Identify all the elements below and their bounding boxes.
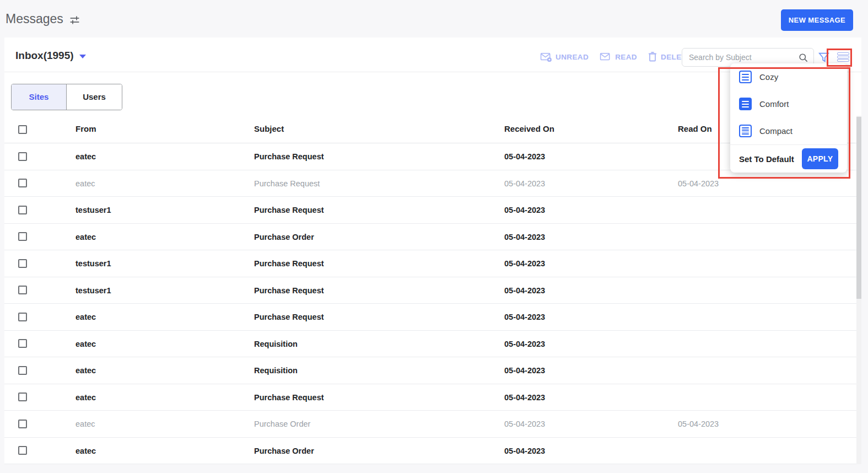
header-read-on: Read On (678, 116, 712, 142)
density-button[interactable] (837, 52, 849, 62)
table-header: From Subject Received On Read On (4, 116, 856, 143)
density-icon (837, 52, 849, 55)
row-checkbox[interactable] (18, 420, 27, 428)
row-checkbox[interactable] (18, 393, 27, 401)
density-menu: Cozy Comfort Compact Set To Default APPL… (730, 63, 847, 173)
trash-icon (648, 52, 657, 62)
inbox-label: Inbox(1995) (15, 50, 74, 62)
row-checkbox[interactable] (18, 286, 27, 294)
tab-users[interactable]: Users (67, 84, 122, 110)
header-received-on: Received On (504, 116, 554, 142)
message-list: eatec Purchase Request 05-04-2023 eatec … (4, 143, 856, 464)
table-row[interactable]: eatec Purchase Request 05-04-2023 (4, 143, 856, 170)
mark-unread-label: UNREAD (556, 53, 589, 61)
row-checkbox[interactable] (18, 232, 27, 241)
density-option-cozy[interactable]: Cozy (730, 63, 847, 90)
row-checkbox[interactable] (18, 339, 27, 348)
mark-read-label: READ (615, 53, 637, 61)
chevron-down-icon (79, 55, 86, 58)
row-checkbox[interactable] (18, 446, 27, 455)
row-checkbox[interactable] (18, 259, 27, 268)
filter-funnel-icon (818, 51, 830, 63)
density-menu-footer: Set To Default APPLY (730, 145, 847, 173)
mail-unread-icon (540, 52, 552, 62)
table-row[interactable]: eatec Purchase Order 05-04-2023 05-04-20… (4, 411, 856, 438)
table-row[interactable]: eatec Purchase Request 05-04-2023 05-04-… (4, 170, 856, 197)
table-row[interactable]: testuser1 Purchase Request 05-04-2023 (4, 197, 856, 224)
table-row[interactable]: eatec Purchase Request 05-04-2023 (4, 304, 856, 331)
row-checkbox[interactable] (18, 206, 27, 214)
table-row[interactable]: testuser1 Purchase Request 05-04-2023 (4, 250, 856, 277)
density-option-comfort[interactable]: Comfort (730, 90, 847, 117)
header-subject: Subject (254, 116, 284, 142)
scrollbar-thumb[interactable] (856, 117, 861, 299)
compact-density-icon (739, 125, 752, 137)
page-title-text: Messages (6, 12, 63, 26)
row-checkbox[interactable] (18, 366, 27, 375)
select-all-checkbox[interactable] (18, 125, 27, 134)
row-checkbox[interactable] (18, 313, 27, 321)
set-to-default-button[interactable]: Set To Default (739, 154, 794, 164)
apply-button[interactable]: APPLY (802, 148, 838, 169)
message-toolbar: UNREAD READ DELETE (540, 52, 692, 62)
mail-read-icon (600, 52, 611, 62)
table-row[interactable]: eatec Purchase Order 05-04-2023 (4, 438, 856, 465)
comfort-density-icon (739, 98, 752, 110)
table-row[interactable]: eatec Purchase Order 05-04-2023 (4, 224, 856, 251)
mark-unread-button[interactable]: UNREAD (540, 52, 589, 62)
density-option-compact[interactable]: Compact (730, 117, 847, 144)
tab-sites[interactable]: Sites (12, 84, 67, 110)
tune-icon[interactable] (69, 14, 80, 26)
table-row[interactable]: testuser1 Purchase Request 05-04-2023 (4, 277, 856, 304)
table-row[interactable]: eatec Purchase Request 05-04-2023 (4, 384, 856, 411)
new-message-button[interactable]: NEW MESSAGE (781, 9, 853, 31)
row-checkbox[interactable] (18, 179, 27, 187)
page-title: Messages (6, 12, 80, 26)
inbox-dropdown[interactable]: Inbox(1995) (15, 50, 86, 62)
messages-page: Messages NEW MESSAGE Inbox(1995) UNREAD (0, 0, 868, 473)
header-from: From (76, 116, 96, 142)
row-checkbox[interactable] (18, 152, 27, 161)
table-row[interactable]: eatec Requisition 05-04-2023 (4, 331, 856, 358)
table-row[interactable]: eatec Requisition 05-04-2023 (4, 357, 856, 384)
scope-tabs: Sites Users (11, 84, 122, 110)
mark-read-button[interactable]: READ (600, 52, 637, 62)
cozy-density-icon (739, 71, 752, 83)
